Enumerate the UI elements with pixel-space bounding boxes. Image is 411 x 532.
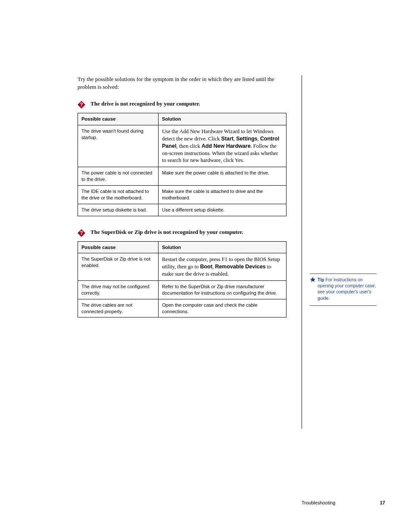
table-2: Possible cause Solution The SuperDisk or… [78,241,286,318]
question-1: ? The drive is not recognized by your co… [78,100,286,109]
question-1-text: The drive is not recognized by your comp… [90,100,286,108]
page: Try the possible solutions for the sympt… [0,0,411,532]
table-row: The drive cables are not connected prope… [78,299,286,317]
col-header-solution: Solution [159,241,286,253]
svg-marker-4 [310,277,316,282]
cell-cause: The power cable is not connected to the … [78,167,159,186]
table-row: The SuperDisk or Zip drive is not enable… [78,253,286,281]
cell-cause: The drive may not be configured correctl… [78,281,159,299]
page-footer: Troubleshooting 17 [302,500,385,506]
question-icon: ? [78,229,87,237]
table-row: Possible cause Solution [78,241,286,253]
cell-cause: The SuperDisk or Zip drive is not enable… [78,253,159,281]
col-header-solution: Solution [159,113,286,125]
cell-cause: The drive wasn't found during startup. [78,125,159,167]
main-column: Try the possible solutions for the sympt… [78,75,286,330]
tip-text: Tip For instructions on opening your com… [318,277,377,301]
cell-cause: The drive cables are not connected prope… [78,299,159,317]
svg-text:?: ? [80,230,83,236]
cell-solution: Restart the computer, press F1 to open t… [159,253,286,281]
cell-cause: The drive setup diskette is bad. [78,204,159,216]
table-row: The drive wasn't found during startup. U… [78,125,286,167]
question-2: ? The SuperDisk or Zip drive is not reco… [78,228,286,237]
cell-solution: Make sure the power cable is attached to… [159,167,286,186]
question-icon: ? [78,101,87,109]
cell-solution: Use a different setup diskette. [159,204,286,216]
col-header-cause: Possible cause [78,241,159,253]
star-icon [310,277,318,283]
cell-solution: Make sure the cable is attached to drive… [159,186,286,204]
table-row: The drive may not be configured correctl… [78,281,286,299]
side-column: Tip For instructions on opening your com… [302,75,377,429]
table-row: The power cable is not connected to the … [78,167,286,186]
footer-page-number: 17 [380,500,385,506]
table-1: Possible cause Solution The drive wasn't… [78,113,286,216]
col-header-cause: Possible cause [78,113,159,125]
table-row: The drive setup diskette is bad. Use a d… [78,204,286,216]
svg-text:?: ? [80,102,83,108]
cell-cause: The IDE cable is not attached to the dri… [78,186,159,204]
intro-paragraph: Try the possible solutions for the sympt… [78,75,286,90]
footer-title: Troubleshooting [302,500,335,506]
tip-box: Tip For instructions on opening your com… [310,274,377,306]
question-2-text: The SuperDisk or Zip drive is not recogn… [90,228,286,236]
cell-solution: Open the computer case and check the cab… [159,299,286,317]
table-row: Possible cause Solution [78,113,286,125]
cell-solution: Use the Add New Hardware Wizard to let W… [159,125,286,167]
table-row: The IDE cable is not attached to the dri… [78,186,286,204]
cell-solution: Refer to the SuperDisk or Zip drive manu… [159,281,286,299]
